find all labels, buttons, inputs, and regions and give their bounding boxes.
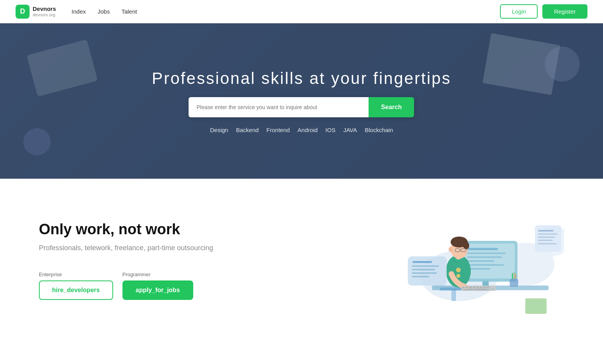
svg-rect-44 [535, 225, 561, 252]
section-left: Only work, not work Professionals, telew… [39, 221, 213, 300]
programmer-label: Programmer [122, 272, 193, 277]
svg-rect-29 [462, 287, 465, 288]
svg-rect-49 [538, 243, 557, 244]
svg-rect-10 [467, 256, 502, 258]
svg-point-17 [456, 268, 461, 272]
nav-link-jobs[interactable]: Jobs [98, 8, 110, 15]
main-section: Only work, not work Professionals, telew… [0, 179, 603, 342]
hero-section: Professional skills at your fingertips S… [0, 23, 603, 179]
desk-ball-decoration [545, 47, 580, 82]
svg-rect-40 [412, 265, 439, 267]
tag-android[interactable]: Android [297, 127, 318, 133]
svg-rect-35 [483, 287, 486, 288]
svg-rect-36 [487, 287, 489, 288]
svg-rect-8 [467, 248, 498, 250]
section-title: Only work, not work [39, 221, 213, 238]
illustration-svg [401, 202, 564, 319]
search-button[interactable]: Search [369, 97, 414, 117]
svg-rect-11 [467, 260, 494, 262]
svg-rect-12 [467, 264, 504, 266]
tag-blockchain[interactable]: Blockchain [365, 127, 393, 133]
tag-frontend[interactable]: Frontend [266, 127, 290, 133]
svg-rect-9 [467, 253, 506, 254]
svg-rect-34 [480, 287, 482, 288]
logo[interactable]: D Devnors devnors.org [16, 5, 56, 19]
tag-design[interactable]: Design [210, 127, 228, 133]
apply-for-jobs-button[interactable]: apply_for_jobs [122, 280, 193, 300]
svg-point-18 [456, 274, 460, 278]
svg-rect-31 [469, 287, 472, 288]
hero-content: Professional skills at your fingertips S… [152, 69, 451, 133]
svg-rect-30 [466, 287, 468, 288]
nav-link-talent[interactable]: Talent [121, 8, 137, 15]
hero-title: Professional skills at your fingertips [152, 69, 451, 88]
svg-rect-37 [464, 289, 488, 290]
svg-rect-51 [526, 300, 545, 313]
logo-icon: D [16, 5, 30, 19]
navbar: D Devnors devnors.org Index Jobs Talent … [0, 0, 603, 23]
svg-rect-15 [451, 289, 456, 301]
hero-tags: Design Backend Frontend Android IOS JAVA… [210, 127, 393, 133]
enterprise-label: Enterprise [39, 272, 113, 277]
search-bar: Search [189, 97, 414, 117]
tag-ios[interactable]: IOS [325, 127, 336, 133]
nav-actions: Login Register [500, 4, 587, 19]
nav-links: Index Jobs Talent [72, 8, 500, 15]
cta-group: Enterprise hire_developers Programmer ap… [39, 272, 213, 300]
nav-link-index[interactable]: Index [72, 8, 86, 15]
svg-rect-48 [538, 240, 553, 241]
svg-rect-47 [538, 237, 555, 238]
svg-rect-39 [412, 261, 432, 263]
svg-rect-43 [412, 276, 429, 277]
svg-rect-42 [412, 272, 437, 274]
login-button[interactable]: Login [500, 4, 538, 19]
enterprise-cta: Enterprise hire_developers [39, 272, 113, 300]
tag-java[interactable]: JAVA [343, 127, 357, 133]
logo-domain: devnors.org [33, 12, 56, 17]
svg-rect-45 [538, 230, 554, 232]
search-input[interactable] [189, 97, 369, 117]
illustration [401, 202, 564, 319]
svg-point-22 [463, 242, 469, 249]
section-subtitle: Professionals, telework, freelance, part… [39, 244, 213, 252]
svg-rect-32 [473, 287, 475, 288]
register-button[interactable]: Register [542, 4, 587, 19]
svg-rect-38 [408, 256, 447, 286]
svg-point-26 [449, 247, 453, 252]
desk-cup-decoration [23, 128, 51, 155]
programmer-cta: Programmer apply_for_jobs [122, 272, 193, 300]
svg-rect-41 [412, 269, 435, 270]
svg-rect-52 [510, 279, 518, 287]
svg-rect-33 [476, 287, 479, 288]
tag-backend[interactable]: Backend [236, 127, 259, 133]
svg-rect-46 [538, 233, 558, 235]
logo-name: Devnors [33, 5, 56, 12]
hire-developers-button[interactable]: hire_developers [39, 280, 113, 300]
